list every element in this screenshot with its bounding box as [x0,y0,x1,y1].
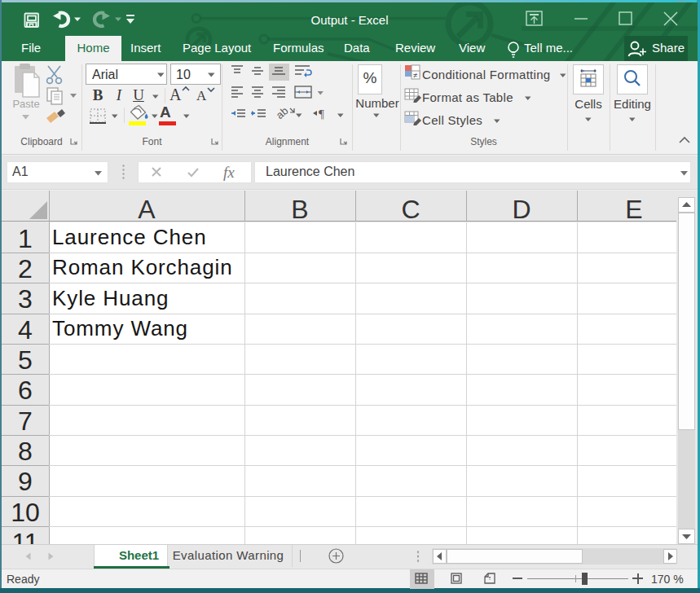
svg-text:fx: fx [223,164,235,181]
svg-text:≠: ≠ [413,71,418,80]
svg-text:ab: ab [274,104,291,121]
svg-text:¶: ¶ [319,108,324,121]
